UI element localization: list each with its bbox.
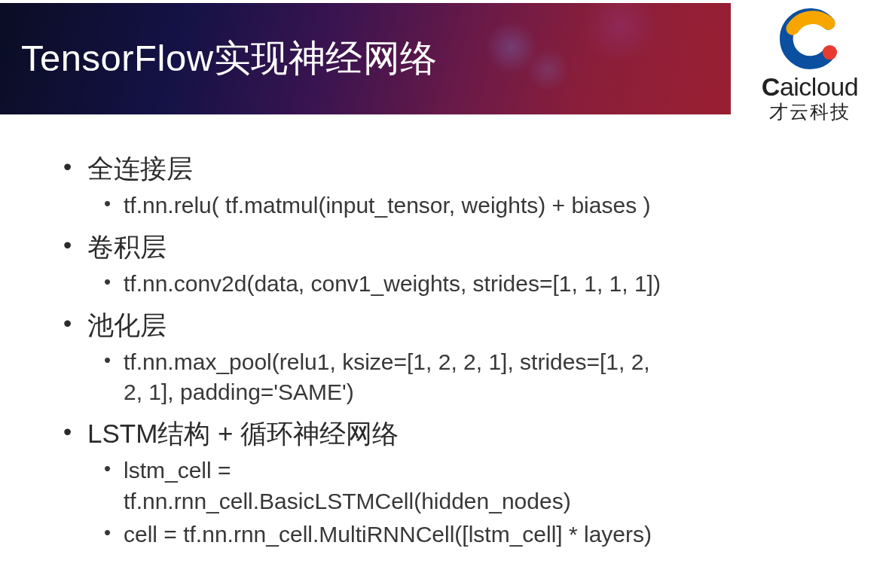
svg-point-0 xyxy=(823,45,837,59)
brand-logo: Caicloud 才云科技 xyxy=(738,6,881,124)
list-subitem: lstm_cell = tf.nn.rnn_cell.BasicLSTMCell… xyxy=(87,455,675,516)
bullet-list: 全连接层 tf.nn.relu( tf.matmul(input_tensor,… xyxy=(59,151,862,550)
list-subitem: cell = tf.nn.rnn_cell.MultiRNNCell([lstm… xyxy=(87,519,675,550)
list-item-label: 卷积层 xyxy=(87,232,166,261)
brand-name-cn: 才云科技 xyxy=(738,99,881,124)
brand-name-en: Caicloud xyxy=(738,74,881,99)
list-item-label: 池化层 xyxy=(87,310,166,340)
slide-body: 全连接层 tf.nn.relu( tf.matmul(input_tensor,… xyxy=(59,151,862,558)
list-item-label: LSTM结构 + 循环神经网络 xyxy=(87,419,399,448)
list-item: 卷积层 tf.nn.conv2d(data, conv1_weights, st… xyxy=(59,229,862,300)
list-item-label: 全连接层 xyxy=(87,154,193,183)
brand-logo-mark xyxy=(774,6,846,72)
list-item: LSTM结构 + 循环神经网络 lstm_cell = tf.nn.rnn_ce… xyxy=(59,416,862,550)
list-item: 全连接层 tf.nn.relu( tf.matmul(input_tensor,… xyxy=(59,151,862,221)
list-subitem: tf.nn.relu( tf.matmul(input_tensor, weig… xyxy=(87,190,675,221)
list-item: 池化层 tf.nn.max_pool(relu1, ksize=[1, 2, 2… xyxy=(59,307,862,408)
list-subitem: tf.nn.max_pool(relu1, ksize=[1, 2, 2, 1]… xyxy=(87,347,675,408)
list-subitem: tf.nn.conv2d(data, conv1_weights, stride… xyxy=(87,269,675,300)
slide-title: TensorFlow实现神经网络 xyxy=(21,34,438,84)
title-banner: TensorFlow实现神经网络 xyxy=(0,3,731,114)
